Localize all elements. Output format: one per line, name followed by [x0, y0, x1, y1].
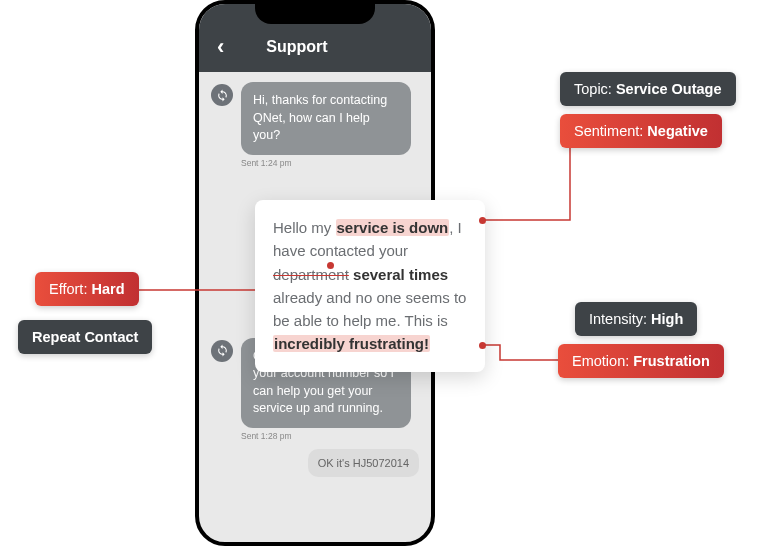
card-text: Hello my	[273, 219, 336, 236]
tag-repeat-contact: Repeat Contact	[18, 320, 152, 354]
tag-emotion: Emotion: Frustration	[558, 344, 724, 378]
highlight-service-down: service is down	[336, 219, 450, 236]
connector-dot	[327, 262, 334, 269]
card-text: already and no one seems to be able to h…	[273, 289, 466, 329]
tag-effort: Effort: Hard	[35, 272, 139, 306]
connector-dot	[479, 217, 486, 224]
tag-intensity: Intensity: High	[575, 302, 697, 336]
connector-dot	[479, 342, 486, 349]
strike-department: department	[273, 266, 349, 283]
analyzed-message-card: Hello my service is down, I have contact…	[255, 200, 485, 372]
highlight-frustrating: incredibly frustrating!	[273, 335, 430, 352]
tag-topic: Topic: Service Outage	[560, 72, 736, 106]
tag-sentiment: Sentiment: Negative	[560, 114, 722, 148]
highlight-several-times: several times	[353, 266, 448, 283]
